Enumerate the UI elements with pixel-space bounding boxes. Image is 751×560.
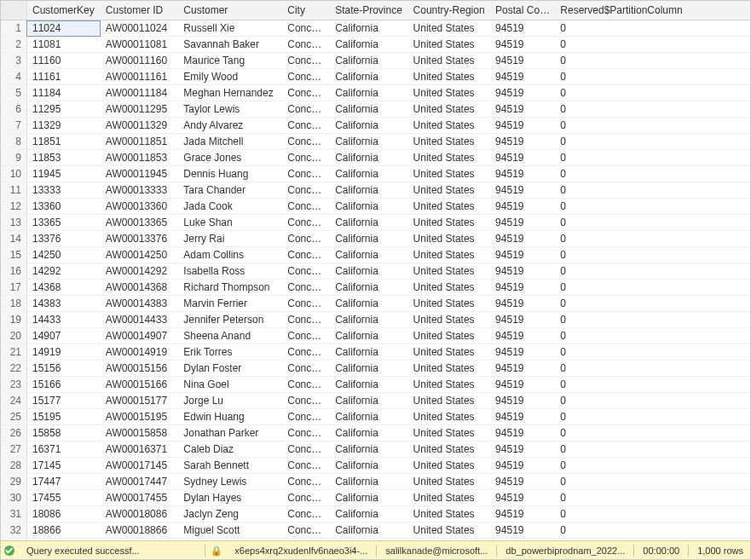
cell[interactable]: Miguel Scott [178, 522, 282, 539]
row-number-cell[interactable]: 4 [1, 69, 26, 85]
row-number-cell[interactable]: 6 [1, 101, 26, 118]
row-number-cell[interactable]: 13 [1, 215, 26, 231]
cell[interactable]: 0 [555, 53, 750, 69]
cell[interactable]: 0 [555, 182, 750, 199]
cell[interactable]: 94519 [490, 280, 555, 296]
cell[interactable]: 16371 [26, 442, 100, 458]
cell[interactable]: 0 [555, 247, 750, 263]
cell[interactable]: Concord [282, 280, 330, 296]
cell[interactable]: 94519 [490, 458, 555, 474]
cell[interactable]: Concord [282, 425, 330, 442]
cell[interactable]: 94519 [490, 118, 555, 134]
cell[interactable]: 94519 [490, 37, 555, 53]
cell[interactable]: 0 [555, 101, 750, 118]
cell[interactable]: Dennis Huang [178, 166, 282, 182]
cell[interactable]: 0 [555, 150, 750, 166]
cell[interactable]: AW00011160 [101, 53, 178, 69]
cell[interactable]: United States [408, 425, 491, 442]
cell[interactable]: 15166 [26, 377, 100, 393]
row-number-cell[interactable]: 31 [1, 506, 26, 522]
cell[interactable]: Andy Alvarez [178, 118, 282, 134]
table-row[interactable]: 411161AW00011161Emily WoodConcordCalifor… [1, 69, 750, 85]
row-number-cell[interactable]: 24 [1, 393, 26, 409]
cell[interactable]: United States [408, 20, 491, 37]
cell[interactable]: 0 [555, 134, 750, 150]
table-row[interactable]: 2716371AW00016371Caleb DiazConcordCalifo… [1, 442, 750, 458]
table-row[interactable]: 1413376AW00013376Jerry RaiConcordCalifor… [1, 231, 750, 247]
cell[interactable]: California [330, 20, 407, 37]
cell[interactable]: 0 [555, 296, 750, 312]
cell[interactable]: Luke Shan [178, 215, 282, 231]
cell[interactable]: Concord [282, 118, 330, 134]
row-number-cell[interactable]: 21 [1, 344, 26, 361]
cell[interactable]: 94519 [490, 506, 555, 522]
cell[interactable]: Concord [282, 458, 330, 474]
cell[interactable]: California [330, 118, 407, 134]
row-number-cell[interactable]: 23 [1, 377, 26, 393]
row-number-cell[interactable]: 30 [1, 490, 26, 506]
cell[interactable]: Concord [282, 344, 330, 361]
cell[interactable]: 94519 [490, 215, 555, 231]
cell[interactable]: California [330, 231, 407, 247]
cell[interactable]: Concord [282, 150, 330, 166]
cell[interactable]: 15177 [26, 393, 100, 409]
cell[interactable]: United States [408, 134, 491, 150]
table-row[interactable]: 811851AW00011851Jada MitchellConcordCali… [1, 134, 750, 150]
results-table[interactable]: CustomerKey Customer ID Customer City St… [1, 1, 750, 540]
cell[interactable]: Marvin Ferrier [178, 296, 282, 312]
cell[interactable]: Caleb Diaz [178, 442, 282, 458]
cell[interactable]: 13333 [26, 182, 100, 199]
cell[interactable]: United States [408, 247, 491, 263]
table-row[interactable]: 1313365AW00013365Luke ShanConcordCalifor… [1, 215, 750, 231]
row-number-cell[interactable]: 22 [1, 361, 26, 377]
table-row[interactable]: 1914433AW00014433Jennifer PetersonConcor… [1, 312, 750, 328]
cell[interactable]: 0 [555, 263, 750, 280]
cell[interactable]: 14292 [26, 263, 100, 280]
cell[interactable]: Concord [282, 37, 330, 53]
cell[interactable]: AW00014250 [101, 247, 178, 263]
cell[interactable]: AW00011081 [101, 37, 178, 53]
cell[interactable]: Concord [282, 263, 330, 280]
cell[interactable]: 94519 [490, 522, 555, 539]
column-header[interactable]: Postal Code [490, 1, 555, 20]
cell[interactable]: Jada Cook [178, 199, 282, 215]
cell[interactable]: 0 [555, 85, 750, 101]
cell[interactable]: AW00015177 [101, 393, 178, 409]
table-row[interactable]: 2917447AW00017447Sydney LewisConcordCali… [1, 474, 750, 490]
cell[interactable]: AW00014383 [101, 296, 178, 312]
cell[interactable]: Jennifer Peterson [178, 312, 282, 328]
cell[interactable]: 14919 [26, 344, 100, 361]
row-number-cell[interactable]: 7 [1, 118, 26, 134]
cell[interactable]: 0 [555, 199, 750, 215]
cell[interactable]: 14368 [26, 280, 100, 296]
cell[interactable]: 94519 [490, 263, 555, 280]
cell[interactable]: California [330, 490, 407, 506]
cell[interactable]: Concord [282, 182, 330, 199]
cell[interactable]: 94519 [490, 490, 555, 506]
cell[interactable]: Concord [282, 506, 330, 522]
cell[interactable]: 15156 [26, 361, 100, 377]
cell[interactable]: United States [408, 409, 491, 425]
cell[interactable]: California [330, 312, 407, 328]
cell[interactable]: 94519 [490, 328, 555, 344]
table-row[interactable]: 611295AW00011295Taylor LewisConcordCalif… [1, 101, 750, 118]
column-header[interactable]: City [282, 1, 330, 20]
cell[interactable]: AW00014292 [101, 263, 178, 280]
cell[interactable]: 94519 [490, 312, 555, 328]
cell[interactable]: Concord [282, 522, 330, 539]
cell[interactable]: 0 [555, 231, 750, 247]
row-number-cell[interactable]: 11 [1, 182, 26, 199]
cell[interactable]: 14383 [26, 296, 100, 312]
row-number-header[interactable] [1, 1, 26, 20]
row-number-cell[interactable]: 29 [1, 474, 26, 490]
cell[interactable]: AW00011024 [101, 20, 178, 37]
cell[interactable]: 0 [555, 393, 750, 409]
cell[interactable]: 94519 [490, 20, 555, 37]
cell[interactable]: Concord [282, 215, 330, 231]
cell[interactable]: Concord [282, 393, 330, 409]
cell[interactable]: AW00017145 [101, 458, 178, 474]
cell[interactable]: Concord [282, 20, 330, 37]
cell[interactable]: 14433 [26, 312, 100, 328]
cell[interactable]: 11160 [26, 53, 100, 69]
cell[interactable]: 94519 [490, 425, 555, 442]
